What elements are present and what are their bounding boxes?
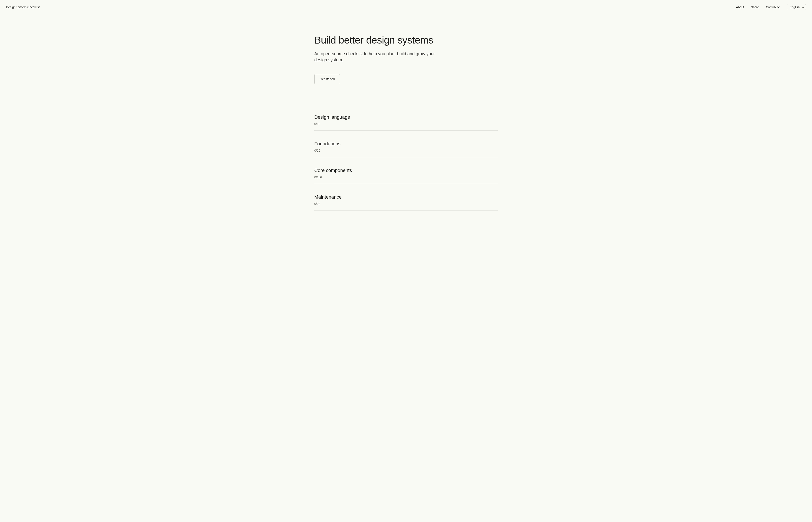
top-nav: About Share Contribute English — [736, 4, 806, 11]
section-core-components[interactable]: Core components 0/166 — [314, 168, 498, 184]
section-design-language[interactable]: Design language 0/10 — [314, 114, 498, 130]
hero-subtitle: An open-source checklist to help you pla… — [314, 51, 438, 63]
section-title: Foundations — [314, 141, 498, 147]
nav-contribute[interactable]: Contribute — [766, 5, 780, 9]
section-foundations[interactable]: Foundations 0/26 — [314, 141, 498, 157]
section-count: 0/26 — [314, 149, 498, 152]
main: Build better design systems An open-sour… — [308, 14, 504, 237]
section-count: 0/10 — [314, 122, 498, 126]
get-started-button[interactable]: Get started — [314, 74, 340, 84]
site-title-link[interactable]: Design System Checklist — [6, 5, 40, 9]
nav-share[interactable]: Share — [751, 5, 759, 9]
chevron-down-icon — [802, 5, 804, 9]
hero-title: Build better design systems — [314, 34, 498, 46]
language-select[interactable]: English — [787, 4, 806, 11]
section-count: 0/166 — [314, 176, 498, 179]
section-maintenance[interactable]: Maintenance 0/28 — [314, 194, 498, 210]
section-count: 0/28 — [314, 202, 498, 205]
header: Design System Checklist About Share Cont… — [0, 0, 812, 14]
section-title: Maintenance — [314, 194, 498, 200]
nav-about[interactable]: About — [736, 5, 744, 9]
sections-list: Design language 0/10 Foundations 0/26 Co… — [314, 114, 498, 237]
language-selected: English — [790, 5, 800, 9]
hero: Build better design systems An open-sour… — [314, 14, 498, 84]
section-title: Design language — [314, 114, 498, 120]
section-title: Core components — [314, 168, 498, 173]
